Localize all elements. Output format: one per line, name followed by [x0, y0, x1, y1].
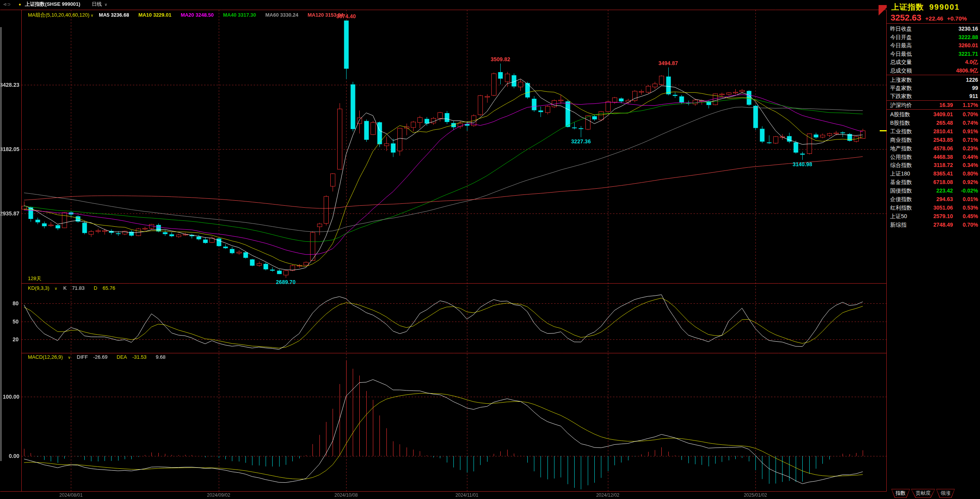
- quote-row-pct: 0.34%: [963, 161, 978, 169]
- quote-row-下跌家数: 下跌家数911: [887, 92, 980, 100]
- quote-row-label: 总成交额: [890, 67, 912, 75]
- last-price: 3252.63: [891, 13, 922, 22]
- quote-row-label: 平盘家数: [890, 84, 912, 92]
- kd-k-value: 71.83: [72, 285, 85, 291]
- kd-indicator-label[interactable]: KD(9,3,3): [28, 285, 50, 291]
- quote-row-pct: 0.91%: [963, 127, 978, 136]
- quote-row-B股指数[interactable]: B股指数265.480.74%: [887, 119, 980, 127]
- quote-row-label: 上证50: [890, 212, 907, 220]
- tab-领涨[interactable]: 领涨: [936, 489, 955, 498]
- quote-row-value: 16.39: [939, 101, 953, 109]
- chevron-down-icon[interactable]: ∨: [68, 355, 70, 360]
- quote-row-pct: 0.70%: [963, 221, 978, 229]
- quote-row-pct: 0.80%: [963, 170, 978, 178]
- quote-row-地产指数[interactable]: 地产指数4578.060.23%: [887, 145, 980, 153]
- titlebar: ⊲⊃ ● 上证指数(SHSE 999001) 日线 ∨: [0, 1, 107, 9]
- quote-row-label: 总成交量: [890, 58, 912, 66]
- quote-row-国债指数[interactable]: 国债指数223.42-0.02%: [887, 187, 980, 195]
- quote-panel-tabs: 指数贡献度领涨: [891, 489, 955, 498]
- quote-row-value: 265.48: [936, 119, 953, 127]
- chevron-down-icon[interactable]: ∨: [55, 286, 57, 291]
- macd-diff-value: -26.69: [93, 354, 108, 360]
- macd-dea-value: -31.53: [132, 354, 147, 360]
- quote-row-企债指数[interactable]: 企债指数294.630.01%: [887, 195, 980, 203]
- quote-row-沪深均价: 沪深均价16.391.17%: [887, 101, 980, 109]
- quote-panel: 上证指数999001 3252.63+22.46+0.70% 昨日收盘3230.…: [887, 0, 980, 499]
- price-change-pct: +0.70%: [947, 15, 967, 22]
- quote-row-红利指数[interactable]: 红利指数3051.060.53%: [887, 204, 980, 212]
- period-selector[interactable]: 日线: [92, 1, 102, 7]
- macd-header: MACD(12,26,9)∨ DIFF -26.69 DEA -31.53 9.…: [28, 354, 169, 360]
- quote-row-label: 下跌家数: [890, 92, 912, 100]
- quote-row-label: 商业指数: [890, 136, 912, 144]
- quote-row-value: 2579.10: [933, 212, 953, 220]
- tab-指数[interactable]: 指数: [891, 489, 910, 498]
- quote-row-label: 综合指数: [890, 161, 912, 169]
- ma-value-ma20: MA20 3248.50: [181, 12, 214, 18]
- quote-title: 上证指数999001: [891, 2, 960, 12]
- quote-row-value: 2810.41: [933, 127, 953, 136]
- chevron-down-icon[interactable]: ∨: [105, 2, 107, 7]
- tab-label: 指数: [891, 489, 910, 498]
- quote-row-label: 今日开盘: [890, 33, 912, 41]
- quote-row-总成交量: 总成交量4.0亿: [887, 58, 980, 66]
- symbol-code: 999001: [929, 3, 960, 11]
- quote-row-label: 今日最高: [890, 41, 912, 50]
- quote-row-label: 上证180: [890, 170, 910, 178]
- quote-row-value: 8365.41: [933, 170, 953, 178]
- kd-header: KD(9,3,3)∨ K 71.83 D 65.76: [28, 285, 123, 291]
- symbol-title: 上证指数(SHSE 999001): [25, 1, 80, 7]
- ma-value-ma60: MA60 3330.24: [265, 12, 298, 18]
- window-days-label: 128天: [28, 275, 41, 282]
- quote-row-基金指数[interactable]: 基金指数6718.080.92%: [887, 178, 980, 186]
- status-dot-icon: ●: [19, 2, 21, 7]
- quote-row-label: 红利指数: [890, 204, 912, 212]
- quote-row-value: 4578.06: [933, 145, 953, 153]
- quote-row-商业指数[interactable]: 商业指数2543.850.71%: [887, 136, 980, 144]
- quote-row-新综指[interactable]: 新综指2748.490.70%: [887, 221, 980, 229]
- quote-row-value: 2748.49: [933, 221, 953, 229]
- quote-row-pct: -0.02%: [961, 187, 978, 195]
- quote-row-label: 上涨家数: [890, 76, 912, 84]
- tab-label: 贡献度: [911, 489, 935, 498]
- macd-bar-value: 9.68: [156, 354, 165, 360]
- candlestick-chart-canvas[interactable]: [0, 0, 980, 499]
- quote-row-value: 3221.71: [958, 50, 978, 58]
- quote-row-工业指数[interactable]: 工业指数2810.410.91%: [887, 127, 980, 136]
- quote-row-A股指数[interactable]: A股指数3409.010.70%: [887, 110, 980, 119]
- chevron-down-icon[interactable]: ∨: [91, 13, 93, 17]
- quote-row-value: 294.63: [936, 195, 953, 203]
- quote-row-label: 基金指数: [890, 178, 912, 186]
- macd-indicator-label[interactable]: MACD(12,26,9): [28, 354, 63, 360]
- quote-row-上证180[interactable]: 上证1808365.410.80%: [887, 170, 980, 178]
- panel-toggle-icon[interactable]: ⊲⊃: [3, 2, 11, 7]
- quote-row-今日开盘: 今日开盘3222.88: [887, 33, 980, 41]
- quote-row-pct: 0.01%: [963, 195, 978, 203]
- quote-row-上证50[interactable]: 上证502579.100.45%: [887, 212, 980, 220]
- ma-values: MA5 3236.68MA10 3229.01MA20 3248.50MA40 …: [99, 12, 353, 18]
- left-scroll-strip[interactable]: [0, 27, 2, 461]
- quote-row-pct: 0.45%: [963, 212, 978, 220]
- quote-row-平盘家数: 平盘家数99: [887, 84, 980, 92]
- quote-row-pct: 0.53%: [963, 204, 978, 212]
- divider: [887, 100, 980, 101]
- quote-row-公用指数[interactable]: 公用指数4468.380.44%: [887, 153, 980, 161]
- ma-value-ma120: MA120 3153.84: [308, 12, 344, 18]
- divider: [887, 109, 980, 110]
- quote-row-label: A股指数: [890, 110, 910, 119]
- kd-d-value: 65.76: [103, 285, 115, 291]
- quote-row-value: 911: [969, 92, 978, 100]
- tab-贡献度[interactable]: 贡献度: [911, 489, 935, 498]
- ma-value-ma10: MA10 3229.01: [138, 12, 171, 18]
- quote-row-value: 1226: [966, 76, 978, 84]
- quote-row-value: 223.42: [936, 187, 953, 195]
- quote-row-label: 公用指数: [890, 153, 912, 161]
- ma-combo-label[interactable]: MA组合(5,10,20,40,60,120): [28, 12, 89, 18]
- quote-row-label: 工业指数: [890, 127, 912, 136]
- quote-row-label: 沪深均价: [890, 101, 912, 109]
- quote-row-value: 3260.01: [958, 41, 978, 50]
- ma-value-ma5: MA5 3236.68: [99, 12, 129, 18]
- quote-row-pct: 0.74%: [963, 119, 978, 127]
- quote-row-综合指数[interactable]: 综合指数3118.720.34%: [887, 161, 980, 169]
- quote-row-label: 地产指数: [890, 145, 912, 153]
